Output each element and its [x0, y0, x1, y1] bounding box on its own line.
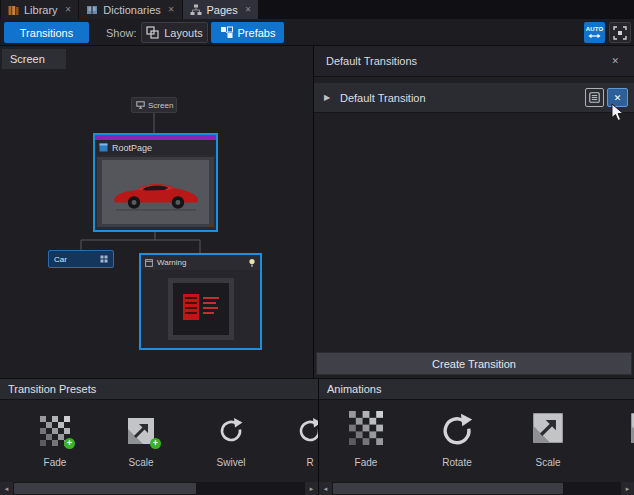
default-transition-row[interactable]: ▶ Default Transition ✕ — [314, 83, 634, 113]
warning-preview-frame — [168, 278, 234, 340]
scroll-track[interactable] — [13, 482, 305, 495]
node-screen[interactable]: Screen — [131, 97, 177, 113]
node-screen-label: Screen — [148, 101, 173, 110]
default-transitions-panel: Default Transitions ✕ ▶ Default Transiti… — [313, 46, 634, 378]
fit-to-screen-icon — [613, 26, 627, 40]
close-icon[interactable]: ✕ — [245, 6, 252, 14]
scroll-track[interactable] — [332, 482, 621, 495]
tab-label: Pages — [207, 4, 238, 16]
animations-list: Fade Rotate — [319, 400, 634, 482]
animation-item-label: Fade — [324, 457, 408, 468]
panel-title: Transition Presets — [8, 383, 96, 395]
presets-horizontal-scrollbar[interactable]: ◄ ► — [0, 482, 318, 495]
create-transition-label: Create Transition — [432, 358, 516, 370]
transitions-button-label: Transitions — [20, 27, 73, 39]
node-warning[interactable]: Warning — [139, 253, 262, 350]
library-icon — [8, 4, 19, 16]
animation-item-scale[interactable]: Scale — [506, 400, 590, 482]
auto-fit-toggle[interactable]: AUTO — [584, 22, 605, 43]
animation-item-label: Rotate — [415, 457, 499, 468]
auto-label: AUTO — [586, 26, 604, 32]
warning-text-line — [203, 302, 216, 304]
fade-checkerboard-icon — [349, 411, 383, 445]
warning-red-panel — [183, 294, 199, 320]
animations-horizontal-scrollbar[interactable]: ◄ ► — [319, 482, 634, 495]
warning-preview — [143, 272, 258, 346]
node-car-label: Car — [54, 255, 67, 264]
transitions-button[interactable]: Transitions — [4, 22, 89, 43]
node-warning-label: Warning — [157, 258, 187, 267]
layouts-toggle[interactable]: Layouts — [141, 22, 208, 43]
rotate-icon — [296, 416, 318, 444]
animation-item-fade[interactable]: Fade — [324, 400, 408, 482]
tab-library[interactable]: Library ✕ — [1, 0, 78, 19]
edit-properties-button[interactable] — [585, 88, 604, 107]
node-rootpage-label: RootPage — [112, 143, 152, 153]
scroll-right-button[interactable]: ► — [621, 482, 634, 495]
clipped-icon — [629, 411, 634, 445]
warning-text-line — [203, 307, 218, 309]
tab-pages[interactable]: Pages ✕ — [183, 0, 259, 19]
kanzi-studio-window: Library ✕ Dictionaries ✕ Pages ✕ Transit… — [0, 0, 634, 495]
animations-header: Animations — [319, 378, 634, 400]
transition-presets-list: + Fade + Scale — [0, 400, 318, 482]
layouts-icon — [146, 26, 159, 39]
window-icon — [145, 259, 153, 267]
default-transition-label: Default Transition — [340, 92, 426, 104]
show-label: Show: — [106, 19, 137, 46]
animation-item-rotate[interactable]: Rotate — [415, 400, 499, 482]
scale-arrow-icon: + — [126, 416, 156, 446]
warning-header: Warning — [141, 255, 260, 270]
layouts-label: Layouts — [164, 27, 203, 39]
node-rootpage[interactable]: RootPage — [93, 133, 218, 232]
scroll-right-button[interactable]: ► — [305, 482, 318, 495]
auto-arrows-icon — [588, 33, 601, 39]
prefabs-label: Prefabs — [238, 27, 276, 39]
preset-item-swivel[interactable]: Swivel — [189, 400, 273, 482]
preset-item-fade[interactable]: + Fade — [13, 400, 97, 482]
preset-item-clipped[interactable]: R — [268, 400, 318, 482]
create-transition-button[interactable]: Create Transition — [316, 352, 632, 375]
tab-label: Library — [24, 4, 58, 16]
close-icon[interactable]: ✕ — [608, 54, 622, 68]
bulb-icon — [248, 258, 256, 268]
close-icon[interactable]: ✕ — [65, 6, 72, 14]
scroll-thumb[interactable] — [333, 483, 563, 494]
close-icon[interactable]: ✕ — [168, 6, 175, 14]
dictionaries-icon — [86, 4, 98, 16]
tab-label: Dictionaries — [103, 4, 160, 16]
scroll-left-button[interactable]: ◄ — [0, 482, 13, 495]
document-tab-bar: Library ✕ Dictionaries ✕ Pages ✕ — [0, 0, 634, 19]
fade-checkerboard-icon: + — [40, 416, 70, 446]
pages-icon — [190, 4, 202, 16]
monitor-icon — [136, 101, 145, 109]
pages-toolbar: Transitions Show: Layouts Prefabs AUTO — [0, 19, 634, 46]
preset-item-label: Swivel — [189, 457, 273, 468]
swivel-rotate-icon — [217, 416, 245, 444]
add-badge-icon: + — [150, 438, 161, 449]
preset-item-label: Fade — [13, 457, 97, 468]
default-transitions-header: Default Transitions ✕ — [314, 46, 634, 77]
grid-icon — [100, 255, 108, 263]
preset-item-scale[interactable]: + Scale — [99, 400, 183, 482]
preset-item-label: Scale — [99, 457, 183, 468]
delete-transition-button[interactable]: ✕ — [607, 88, 628, 107]
tab-dictionaries[interactable]: Dictionaries ✕ — [79, 0, 181, 19]
prefabs-toggle[interactable]: Prefabs — [211, 22, 284, 43]
node-car[interactable]: Car — [48, 250, 114, 268]
transition-presets-header: Transition Presets — [0, 378, 318, 400]
fit-to-screen-button[interactable] — [609, 22, 631, 43]
rootpage-preview — [97, 157, 214, 227]
scroll-thumb[interactable] — [14, 483, 196, 494]
row-actions: ✕ — [585, 88, 634, 107]
page-icon — [99, 143, 108, 152]
panel-title: Default Transitions — [326, 55, 417, 67]
animations-panel: Animations Fade Rotate — [318, 378, 634, 495]
warning-preview-image — [173, 283, 229, 335]
rotate-icon — [439, 411, 476, 448]
chevron-right-icon[interactable]: ▶ — [314, 93, 340, 102]
page-graph-panel[interactable]: Screen Screen RootPage — [0, 46, 313, 378]
warning-text-line — [203, 312, 214, 314]
animation-item-clipped[interactable] — [604, 400, 634, 482]
scroll-left-button[interactable]: ◄ — [319, 482, 332, 495]
